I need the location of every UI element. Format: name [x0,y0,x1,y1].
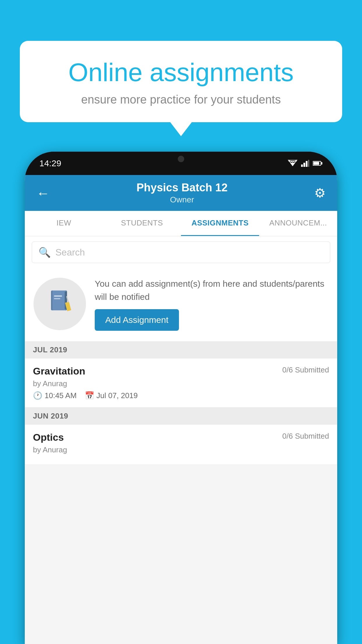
assignment-time-value: 10:45 AM [45,391,77,400]
assignment-name-gravitation: Gravitation [33,365,85,377]
assignment-item-gravitation[interactable]: Gravitation 0/6 Submitted by Anurag 🕐 10… [25,358,337,407]
tab-students[interactable]: STUDENTS [103,211,181,236]
status-time: 14:29 [39,158,61,168]
back-button[interactable]: ← [36,185,50,201]
assignment-date-value: Jul 07, 2019 [96,391,138,400]
signal-icon [301,160,309,167]
clock-icon: 🕐 [33,391,42,400]
svg-rect-8 [313,162,319,165]
assignment-by-gravitation: by Anurag [33,379,329,388]
svg-rect-9 [321,162,322,164]
assignment-submitted-optics: 0/6 Submitted [282,432,329,441]
svg-rect-14 [54,298,60,299]
app-header: ← Physics Batch 12 Owner ⚙ [25,175,337,211]
phone-frame: 14:29 [25,152,337,644]
assignment-notebook-icon [47,288,73,320]
svg-rect-13 [54,295,62,297]
search-input[interactable]: Search [55,247,85,258]
speech-bubble-container: Online assignments ensure more practice … [20,41,342,122]
assignment-submitted-gravitation: 0/6 Submitted [282,365,329,374]
settings-button[interactable]: ⚙ [314,186,326,200]
svg-rect-5 [306,161,307,167]
assignment-icon-circle [34,278,86,330]
speech-bubble-title: Online assignments [40,58,322,87]
assignment-by-optics: by Anurag [33,445,329,454]
assignment-item-top-optics: Optics 0/6 Submitted [33,432,329,443]
tab-assignments[interactable]: ASSIGNMENTS [181,211,259,236]
status-bar: 14:29 [25,152,337,175]
section-header-jun: JUN 2019 [25,407,337,425]
search-icon: 🔍 [38,246,51,258]
svg-rect-11 [52,290,66,310]
header-title: Physics Batch 12 [136,181,228,194]
header-title-block: Physics Batch 12 Owner [136,181,228,204]
status-icons [288,160,323,167]
speech-bubble: Online assignments ensure more practice … [20,41,342,122]
search-bar[interactable]: 🔍 Search [32,242,330,263]
search-container: 🔍 Search [25,236,337,268]
tab-iew[interactable]: IEW [25,211,103,236]
notebook-svg-icon [47,288,73,314]
battery-icon [313,161,323,166]
tabs-bar: IEW STUDENTS ASSIGNMENTS ANNOUNCEM... [25,211,337,236]
calendar-icon: 📅 [85,391,94,400]
assignment-description: You can add assignment(s) from here and … [95,277,328,303]
tab-announcements[interactable]: ANNOUNCEM... [259,211,337,236]
svg-rect-6 [308,160,309,167]
section-header-jul: JUL 2019 [25,341,337,358]
notch-camera [178,156,184,162]
add-assignment-button[interactable]: Add Assignment [95,309,179,331]
assignment-item-optics[interactable]: Optics 0/6 Submitted by Anurag [25,425,337,465]
assignment-name-optics: Optics [33,432,64,443]
app-screen: ← Physics Batch 12 Owner ⚙ IEW STUDENTS … [25,175,337,644]
svg-rect-3 [301,164,303,167]
assignment-meta-gravitation: 🕐 10:45 AM 📅 Jul 07, 2019 [33,391,329,400]
header-subtitle: Owner [136,195,228,204]
wifi-icon [288,160,298,167]
assignment-empty-block: You can add assignment(s) from here and … [25,268,337,341]
assignment-item-top: Gravitation 0/6 Submitted [33,365,329,377]
phone-notch [161,152,201,168]
assignment-text-block: You can add assignment(s) from here and … [95,277,328,331]
svg-rect-4 [303,163,305,167]
assignment-date-gravitation: 📅 Jul 07, 2019 [85,391,138,400]
speech-bubble-subtitle: ensure more practice for your students [40,93,322,106]
assignment-time-gravitation: 🕐 10:45 AM [33,391,77,400]
